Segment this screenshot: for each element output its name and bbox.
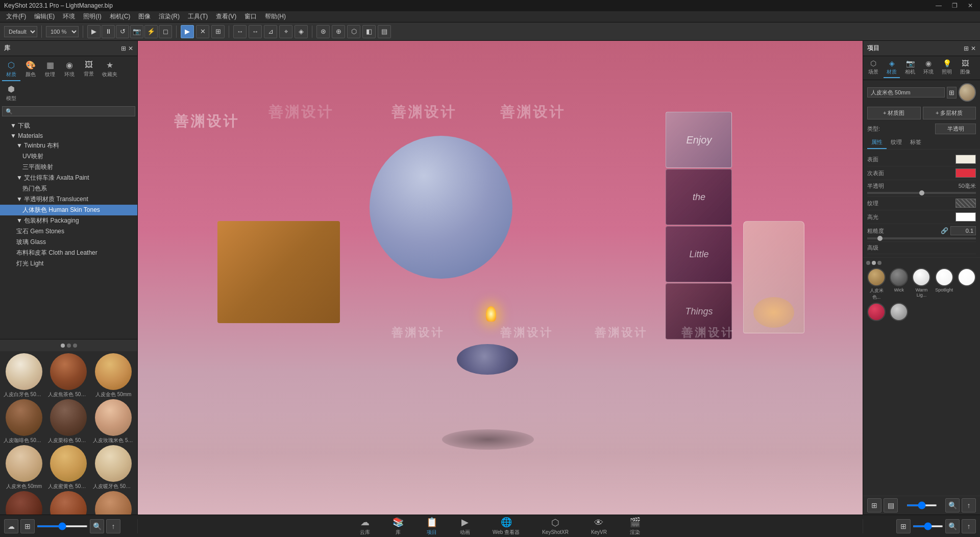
tree-item[interactable]: ▼ 包装材料 Packaging xyxy=(0,215,137,226)
config-btn[interactable]: ◧ xyxy=(362,25,376,38)
hotspot-btn[interactable]: ⊛ xyxy=(316,25,330,38)
play-btn[interactable]: ▶ xyxy=(87,25,101,38)
flash-btn[interactable]: ⚡ xyxy=(144,25,158,38)
nav-animation[interactable]: ▶ 动画 xyxy=(454,515,476,538)
swatch-item[interactable]: 人皮棕2 50mm xyxy=(47,491,91,515)
right-tab-scene[interactable]: ⬡ 场景 xyxy=(865,58,881,78)
lib-tab-bg[interactable]: 🖼 背景 xyxy=(80,58,98,81)
light-btn2[interactable]: ⌖ xyxy=(279,25,292,38)
tree-item[interactable]: UV映射 xyxy=(0,151,137,162)
swatch-item[interactable]: 人皮白牙色 50mm xyxy=(2,353,46,398)
grid-btn-bottom[interactable]: ⊞ xyxy=(20,519,35,533)
env-btn2[interactable]: ↔ xyxy=(249,25,262,38)
lib-tab-colors[interactable]: 🎨 颜色 xyxy=(21,58,40,81)
menu-tools[interactable]: 工具(T) xyxy=(184,11,212,22)
grid-btn-bottom-right[interactable]: ⊞ xyxy=(896,519,911,533)
mat-subtab-labels[interactable]: 标签 xyxy=(906,136,925,149)
menu-window[interactable]: 窗口 xyxy=(240,11,261,22)
pin-btn[interactable]: ⊕ xyxy=(332,25,345,38)
tree-item[interactable]: ▼ 艾仕得车漆 Axalta Paint xyxy=(0,173,137,183)
roughness-input[interactable] xyxy=(950,226,976,235)
menu-image[interactable]: 图像 xyxy=(134,11,155,22)
tree-item[interactable]: 热门色系 xyxy=(0,183,137,194)
cloud-btn[interactable]: ☁ xyxy=(4,519,18,533)
swatch-item[interactable]: 人皮暖牙色 50mm xyxy=(91,445,135,490)
nav-keyvr[interactable]: 👁 KeyVR xyxy=(585,516,613,537)
cs-item-spotlight[interactable]: Spotlight xyxy=(934,268,954,301)
viewport[interactable]: Enjoy the Little Things xyxy=(138,41,863,515)
menu-env[interactable]: 环境 xyxy=(59,11,79,22)
menu-camera[interactable]: 相机(C) xyxy=(106,11,135,22)
cam-btn2[interactable]: ⊿ xyxy=(264,25,277,38)
surface-swatch[interactable] xyxy=(955,155,976,164)
material-assign-btn[interactable]: ⊞ xyxy=(947,87,957,99)
lib-close-btn[interactable]: ✕ xyxy=(128,45,133,52)
mat-subtab-properties[interactable]: 属性 xyxy=(867,136,887,149)
lib-expand-btn[interactable]: ⊞ xyxy=(121,45,126,52)
lib-tab-models[interactable]: ⬢ 模型 xyxy=(2,82,20,104)
right-tab-camera[interactable]: 📷 相机 xyxy=(902,58,918,78)
anim-btn[interactable]: ▤ xyxy=(378,25,391,38)
cs-item-gray[interactable] xyxy=(889,303,909,322)
page-dot-3[interactable] xyxy=(73,344,77,348)
nav-webviewer[interactable]: 🌐 Web 查看器 xyxy=(486,515,526,538)
cs-item-skin[interactable]: 人皮米色... xyxy=(866,268,887,301)
model-btn[interactable]: ↔ xyxy=(233,25,247,38)
menu-help[interactable]: 帮助(H) xyxy=(261,11,290,22)
grid-view-btn[interactable]: ⊞ xyxy=(867,498,881,512)
lib-tab-env[interactable]: ◉ 环境 xyxy=(60,58,79,81)
cs-item-white[interactable] xyxy=(957,268,977,301)
right-tab-lighting[interactable]: 💡 照明 xyxy=(939,58,955,78)
render-region-btn[interactable]: ⊞ xyxy=(211,25,225,38)
roughness-slider[interactable] xyxy=(867,237,976,239)
tree-item[interactable]: 玻璃 Glass xyxy=(0,237,137,248)
list-view-btn[interactable]: ▤ xyxy=(884,498,898,512)
close-btn[interactable]: ✕ xyxy=(965,1,976,10)
extra-btn[interactable]: ◈ xyxy=(295,25,308,38)
swatch-item[interactable]: 人皮米色 50mm xyxy=(2,445,46,490)
material-name-input[interactable] xyxy=(867,87,945,97)
translucency-slider[interactable] xyxy=(867,192,976,194)
menu-edit[interactable]: 编辑(E) xyxy=(30,11,59,22)
tree-item[interactable]: ▼ Twinbru 布料 xyxy=(0,140,137,151)
menu-view[interactable]: 查看(V) xyxy=(212,11,240,22)
tree-item[interactable]: 布料和皮革 Cloth and Leather xyxy=(0,248,137,258)
tree-item[interactable]: ▼ 半透明材质 Translucent xyxy=(0,194,137,205)
menu-file[interactable]: 文件(F) xyxy=(2,11,30,22)
cs-item-red[interactable] xyxy=(866,303,887,322)
right-tab-image[interactable]: 🖼 图像 xyxy=(957,58,973,78)
right-tab-environment[interactable]: ◉ 环境 xyxy=(920,58,937,78)
tree-item-human-skin[interactable]: 人体肤色 Human Skin Tones xyxy=(0,205,137,215)
right-close-btn[interactable]: ✕ xyxy=(971,45,976,52)
reset-btn[interactable]: ↺ xyxy=(116,25,129,38)
nav-keyxr[interactable]: ⬡ KeyShotXR xyxy=(536,515,575,537)
up-btn-right[interactable]: ↑ xyxy=(962,498,976,512)
render-start-btn[interactable]: ▶ xyxy=(181,25,194,38)
mat-subtab-texture[interactable]: 纹理 xyxy=(887,136,906,149)
nav-cloud[interactable]: ☁ 云库 xyxy=(354,515,376,538)
swatch-item[interactable]: 人皮棕1 50mm xyxy=(2,491,46,515)
search-btn-bottom-right[interactable]: 🔍 xyxy=(945,519,960,533)
tag-btn[interactable]: ⬡ xyxy=(347,25,360,38)
swatch-item[interactable]: 人皮棕3 50mm xyxy=(91,491,135,515)
cs-item-warmlight[interactable]: Warm Lig... xyxy=(911,268,932,301)
swatch-item[interactable]: 人皮蜜黄色 50mm xyxy=(47,445,91,490)
nav-library[interactable]: 📚 库 xyxy=(386,515,410,538)
cs-item-wick[interactable]: Wick xyxy=(889,268,909,301)
menu-render[interactable]: 渲染(R) xyxy=(155,11,184,22)
lib-tab-textures[interactable]: ▦ 纹理 xyxy=(41,58,59,81)
bottom-slider[interactable] xyxy=(37,525,88,527)
zoom-select[interactable]: 100 % xyxy=(46,26,79,37)
bottom-right-slider[interactable] xyxy=(913,525,943,527)
tree-item[interactable]: 三平面映射 xyxy=(0,162,137,173)
swatch-item[interactable]: 人皮栗棕色 50mm xyxy=(47,399,91,444)
lib-tab-materials[interactable]: ⬡ 材质 xyxy=(2,58,20,81)
tree-item[interactable]: ▼ 下载 xyxy=(0,120,137,131)
swatch-item[interactable]: 人皮金色 50mm xyxy=(91,353,135,398)
menu-light[interactable]: 照明(I) xyxy=(79,11,105,22)
box-btn[interactable]: ◻ xyxy=(159,25,172,38)
render-stop-btn[interactable]: ✕ xyxy=(196,25,209,38)
subsurface-swatch[interactable] xyxy=(955,168,976,178)
page-dot-1[interactable] xyxy=(61,344,65,348)
nav-render[interactable]: 🎬 渲染 xyxy=(623,515,647,538)
